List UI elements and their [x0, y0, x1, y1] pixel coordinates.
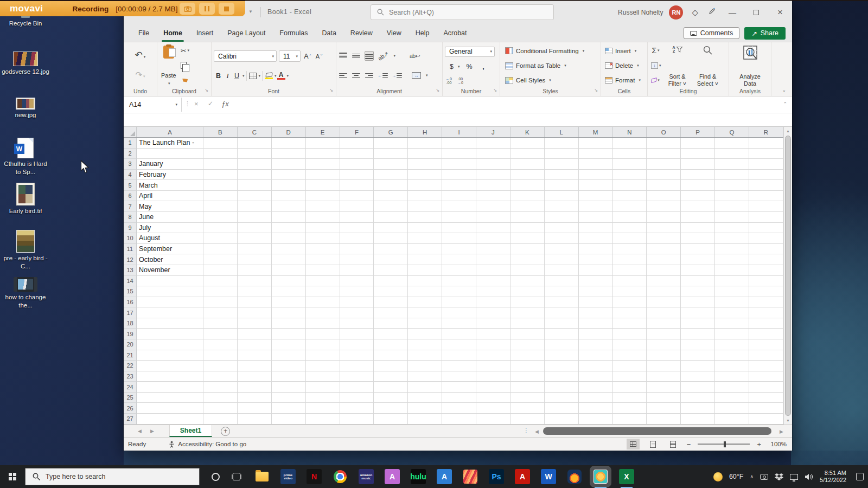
cell-I4[interactable]	[442, 170, 476, 181]
taskbar-photoshop[interactable]: Ps	[489, 469, 504, 484]
taskbar-movavi-recorder[interactable]	[593, 469, 608, 484]
cell-H6[interactable]	[408, 191, 442, 202]
taskbar-mail-orb[interactable]	[567, 469, 582, 484]
cell-D6[interactable]	[272, 191, 306, 202]
cell-O11[interactable]	[647, 244, 681, 255]
cell-D20[interactable]	[272, 339, 306, 350]
cell-E1[interactable]	[306, 138, 340, 149]
cell-B19[interactable]	[203, 329, 238, 339]
cell-B18[interactable]	[203, 318, 238, 329]
cell-M15[interactable]	[579, 286, 613, 297]
cell-N8[interactable]	[613, 212, 647, 223]
cell-I2[interactable]	[442, 149, 476, 159]
coming-soon-icon[interactable]	[708, 7, 716, 17]
align-left-button[interactable]	[339, 70, 348, 80]
cell-O2[interactable]	[647, 149, 681, 159]
cell-R17[interactable]	[749, 307, 783, 318]
movavi-collapse-chevron[interactable]: ▼	[248, 9, 253, 14]
cell-A25[interactable]	[137, 393, 203, 403]
cell-J4[interactable]	[476, 170, 510, 181]
cell-B16[interactable]	[203, 297, 238, 308]
tab-acrobat[interactable]: Acrobat	[436, 24, 474, 42]
cell-I17[interactable]	[442, 307, 476, 318]
cell-M17[interactable]	[579, 307, 613, 318]
cell-I1[interactable]	[442, 138, 476, 149]
cell-P14[interactable]	[681, 276, 715, 287]
cell-G10[interactable]	[374, 233, 408, 244]
cell-Q8[interactable]	[715, 212, 749, 223]
weather-temperature[interactable]: 60°F	[729, 473, 744, 480]
cell-R19[interactable]	[749, 329, 783, 339]
cell-C12[interactable]	[238, 254, 272, 265]
cell-B7[interactable]	[203, 201, 238, 212]
row-header-10[interactable]: 10	[124, 233, 137, 244]
cell-Q5[interactable]	[715, 180, 749, 191]
cell-L3[interactable]	[545, 159, 579, 170]
cell-E4[interactable]	[306, 170, 340, 181]
cell-N17[interactable]	[613, 307, 647, 318]
cell-R9[interactable]	[749, 223, 783, 234]
cell-M18[interactable]	[579, 318, 613, 329]
cell-A14[interactable]	[137, 276, 203, 287]
network-display-icon[interactable]	[790, 474, 798, 480]
zoom-slider[interactable]	[698, 444, 750, 445]
cell-B11[interactable]	[203, 244, 238, 255]
cell-G27[interactable]	[374, 414, 408, 425]
cell-F26[interactable]	[340, 403, 374, 414]
page-break-view-button[interactable]	[667, 439, 680, 450]
cell-P19[interactable]	[681, 329, 715, 339]
row-header-25[interactable]: 25	[124, 393, 137, 403]
collapse-ribbon-chevron[interactable]: ⌄	[782, 87, 786, 93]
cell-I13[interactable]	[442, 265, 476, 276]
close-button[interactable]: ×	[768, 0, 792, 24]
cell-P26[interactable]	[681, 403, 715, 414]
cell-M19[interactable]	[579, 329, 613, 339]
cell-R18[interactable]	[749, 318, 783, 329]
cell-I22[interactable]	[442, 361, 476, 371]
cell-L6[interactable]	[545, 191, 579, 202]
sheet-nav-left-icon[interactable]: ◀	[138, 428, 142, 434]
cell-M14[interactable]	[579, 276, 613, 287]
scroll-up-icon[interactable]: ▲	[784, 129, 792, 133]
cell-P9[interactable]	[681, 223, 715, 234]
row-header-24[interactable]: 24	[124, 382, 137, 393]
cell-A20[interactable]	[137, 339, 203, 350]
cell-O14[interactable]	[647, 276, 681, 287]
cell-H12[interactable]	[408, 254, 442, 265]
cell-J10[interactable]	[476, 233, 510, 244]
cell-O7[interactable]	[647, 201, 681, 212]
styles-launcher-icon[interactable]: ↘	[594, 86, 598, 94]
cell-G11[interactable]	[374, 244, 408, 255]
taskbar-word[interactable]: W	[541, 469, 556, 484]
cell-P7[interactable]	[681, 201, 715, 212]
cell-D13[interactable]	[272, 265, 306, 276]
fill-color-button[interactable]	[264, 71, 273, 81]
cell-H23[interactable]	[408, 371, 442, 382]
column-header-O[interactable]: O	[647, 127, 681, 137]
cell-E3[interactable]	[306, 159, 340, 170]
cell-L21[interactable]	[545, 350, 579, 361]
cell-R20[interactable]	[749, 339, 783, 350]
cell-I19[interactable]	[442, 329, 476, 339]
cell-E17[interactable]	[306, 307, 340, 318]
cell-M3[interactable]	[579, 159, 613, 170]
column-header-I[interactable]: I	[442, 127, 476, 137]
cell-G16[interactable]	[374, 297, 408, 308]
hscroll-right-icon[interactable]: ▶	[780, 429, 783, 434]
cell-Q24[interactable]	[715, 382, 749, 393]
cell-L25[interactable]	[545, 393, 579, 403]
cell-K6[interactable]	[510, 191, 545, 202]
cell-P4[interactable]	[681, 170, 715, 181]
volume-icon[interactable]	[805, 473, 813, 480]
cell-A16[interactable]	[137, 297, 203, 308]
cell-Q19[interactable]	[715, 329, 749, 339]
taskbar-affinity-publisher[interactable]: A	[385, 469, 400, 484]
cell-D15[interactable]	[272, 286, 306, 297]
cell-F14[interactable]	[340, 276, 374, 287]
cell-H13[interactable]	[408, 265, 442, 276]
cell-C9[interactable]	[238, 223, 272, 234]
cell-R8[interactable]	[749, 212, 783, 223]
cell-P23[interactable]	[681, 371, 715, 382]
cell-E24[interactable]	[306, 382, 340, 393]
cell-G5[interactable]	[374, 180, 408, 191]
